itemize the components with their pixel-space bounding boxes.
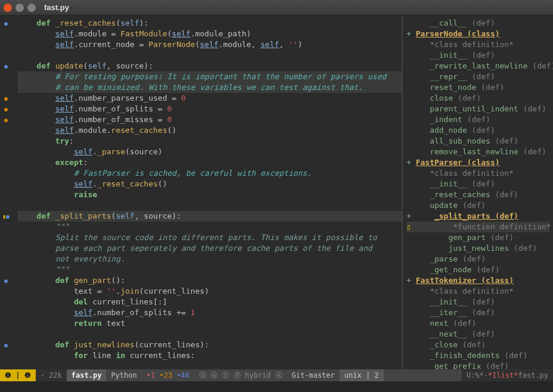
code-line[interactable]: self.number_parsers_used = 0 [18, 93, 402, 104]
sb-file: fast.py [67, 369, 107, 381]
sb-errors: •1 [147, 371, 155, 379]
code-line[interactable]: try: [18, 136, 402, 147]
sb-buffer-ilist: *Ilist* [488, 371, 518, 379]
workspace: def _reset_caches(self): self.module = F… [0, 15, 553, 369]
outline-item[interactable]: __next__ (def) [406, 329, 549, 340]
code-line[interactable]: return text [18, 318, 402, 329]
code-line[interactable] [18, 329, 402, 340]
sb-right: U:%*- *Ilist* fast.py [462, 369, 553, 381]
minibuffer[interactable] [0, 381, 553, 392]
sb-warnings: •23 [159, 371, 172, 379]
outline-item[interactable]: + FastTokenizer (class) [406, 275, 549, 286]
outline-item[interactable]: _rewrite_last_newline (def) [406, 61, 549, 71]
code-line[interactable]: del current_lines[:] [18, 297, 402, 307]
code-line[interactable]: self._parse(source) [18, 147, 402, 157]
code-line[interactable]: def update(self, source): [18, 61, 402, 71]
code-line[interactable]: self.number_of_splits = 0 [18, 104, 402, 114]
outline-item[interactable]: __init__ (def) [406, 297, 549, 307]
code-line[interactable]: self.number_of_splits += 1 [18, 307, 402, 318]
code-line[interactable]: def gen_part(): [18, 275, 402, 286]
code-line[interactable]: for line in current_lines: [18, 350, 402, 361]
code-line[interactable]: text = ''.join(current_lines) [18, 286, 402, 297]
code-line[interactable]: def _reset_caches(self): [18, 18, 402, 29]
outline-item[interactable]: __init__ (def) [406, 179, 549, 189]
code-line[interactable]: """ [18, 265, 402, 275]
outline-item[interactable]: ▯ *function definition* [406, 222, 549, 232]
minimize-icon[interactable] [15, 4, 24, 12]
code-line[interactable]: self.module.reset_caches() [18, 125, 402, 136]
outline-item[interactable]: gen_part (def) [406, 232, 549, 243]
statusbar: ❶ | ❶ - 22k fast.py Python •1 •23 •46 ⓐ … [0, 369, 553, 381]
outline-item[interactable]: _indent (def) [406, 114, 549, 125]
code-line[interactable]: def just_newlines(current_lines): [18, 340, 402, 350]
close-icon[interactable] [4, 4, 12, 12]
outline-item[interactable]: _finish_dedents (def) [406, 350, 549, 361]
sb-mode[interactable]: Python [106, 369, 141, 381]
sb-git[interactable]: Git-master [287, 369, 340, 381]
outline-item[interactable]: __call__ (def) [406, 18, 549, 29]
outline-item[interactable]: *class definition* [406, 286, 549, 297]
outline-item[interactable]: __repr__ (def) [406, 71, 549, 82]
outline-item[interactable]: *class definition* [406, 168, 549, 179]
code-line[interactable] [18, 200, 402, 211]
code-line[interactable]: # FastParser is cached, be careful with … [18, 168, 402, 179]
outline-item[interactable]: just_newlines (def) [406, 243, 549, 254]
outline-item[interactable]: __iter__ (def) [406, 307, 549, 318]
code-line[interactable]: # For testing purposes: It is important … [18, 71, 402, 82]
outline-item[interactable]: + _split_parts (def) [406, 211, 549, 222]
outline-item[interactable]: _parse (def) [406, 254, 549, 265]
code-line[interactable]: parse each part seperately and therefore… [18, 243, 402, 254]
outline-item[interactable]: + ParserNode (class) [406, 29, 549, 39]
outline-item[interactable]: close (def) [406, 93, 549, 104]
outline-item[interactable]: update (def) [406, 200, 549, 211]
sb-warn[interactable]: ❶ | ❶ [0, 369, 36, 381]
outline-item[interactable]: _close (def) [406, 340, 549, 350]
code-line[interactable]: not everything. [18, 254, 402, 265]
code-line[interactable]: def _split_parts(self, source): [18, 211, 402, 222]
outline-item[interactable]: all_sub_nodes (def) [406, 136, 549, 147]
code-line[interactable]: except: [18, 157, 402, 168]
outline-item[interactable]: + FastParser (class) [406, 157, 549, 168]
code-line[interactable]: self.current_node = ParserNode(self.modu… [18, 39, 402, 50]
window-title: fast.py [44, 3, 69, 12]
sb-info: •46 [176, 371, 189, 379]
code-line[interactable]: """ [18, 222, 402, 232]
code-area[interactable]: def _reset_caches(self): self.module = F… [12, 15, 402, 369]
maximize-icon[interactable] [27, 4, 36, 12]
code-line[interactable] [18, 50, 402, 61]
titlebar: fast.py [0, 0, 553, 15]
editor-pane[interactable]: def _reset_caches(self): self.module = F… [0, 15, 403, 369]
sb-minors: ⓐ ⓐ ⓨ ⓟ hybrid Ⓚ [194, 369, 287, 381]
outline-pane[interactable]: __call__ (def)+ ParserNode (class) *clas… [403, 15, 553, 369]
outline-item[interactable]: next (def) [406, 318, 549, 329]
sb-encoding: unix | 2 [340, 369, 384, 381]
outline-item[interactable]: add_node (def) [406, 125, 549, 136]
code-line[interactable]: # can be minimized. With these variables… [18, 82, 402, 93]
code-line[interactable]: Split the source code into different par… [18, 232, 402, 243]
gutter [0, 15, 12, 369]
outline-item[interactable]: *class definition* [406, 39, 549, 50]
code-line[interactable]: self.number_of_misses = 0 [18, 114, 402, 125]
outline-item[interactable]: _get_node (def) [406, 265, 549, 275]
code-line[interactable]: self.module = FastModule(self.module_pat… [18, 29, 402, 39]
outline-item[interactable]: __init__ (def) [406, 50, 549, 61]
sb-size: - 22k [36, 369, 67, 381]
sb-flycheck[interactable]: •1 •23 •46 [142, 369, 194, 381]
code-line[interactable]: self._reset_caches() [18, 179, 402, 189]
outline-item[interactable]: reset_node (def) [406, 82, 549, 93]
outline-item[interactable]: remove_last_newline (def) [406, 147, 549, 157]
outline-item[interactable]: _reset_caches (def) [406, 189, 549, 200]
code-line[interactable]: raise [18, 189, 402, 200]
outline-item[interactable]: parent_until_indent (def) [406, 104, 549, 114]
outline-item[interactable]: _get_prefix (def) [406, 361, 549, 369]
